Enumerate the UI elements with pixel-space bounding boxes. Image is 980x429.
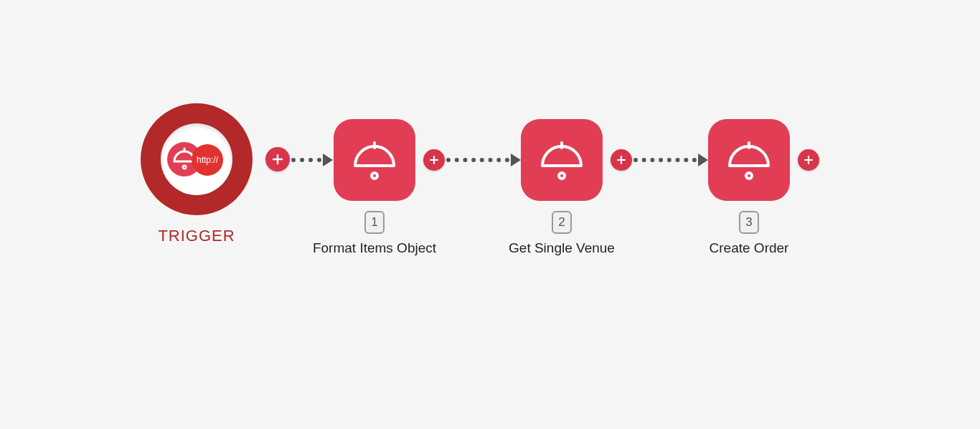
- svg-point-6: [372, 173, 377, 179]
- step-tile: [708, 119, 790, 201]
- connector: [633, 156, 707, 164]
- cloche-icon: [349, 137, 400, 183]
- trigger-label: TRIGGER: [141, 227, 253, 245]
- cloche-icon: [537, 137, 587, 183]
- plus-icon: [804, 155, 814, 165]
- step-node-1[interactable]: 1 Format Items Object: [310, 119, 439, 258]
- add-step-button[interactable]: [265, 147, 290, 171]
- svg-point-8: [559, 173, 565, 179]
- svg-point-10: [746, 173, 752, 179]
- plus-icon: [272, 154, 283, 165]
- add-step-button[interactable]: [798, 149, 819, 171]
- step-index-badge: 1: [364, 211, 385, 234]
- step-tile: [334, 119, 415, 201]
- trigger-app-icon: http://: [166, 138, 227, 180]
- step-index-badge: 2: [552, 211, 572, 234]
- step-label: Format Items Object: [310, 240, 439, 258]
- step-tile: [521, 119, 603, 201]
- plus-icon: [616, 155, 626, 165]
- svg-text:http://: http://: [197, 155, 219, 165]
- connector: [446, 156, 519, 164]
- trigger-ring: http://: [141, 103, 253, 215]
- plus-icon: [429, 155, 439, 165]
- step-label: Create Order: [684, 240, 814, 258]
- step-index-badge: 3: [739, 211, 759, 234]
- workflow-canvas[interactable]: http:// TRIGGER 1 Format Items Object: [0, 0, 980, 429]
- add-step-button[interactable]: [611, 149, 632, 171]
- trigger-inner: http://: [161, 123, 232, 195]
- step-label: Get Single Venue: [497, 240, 626, 258]
- step-node-2[interactable]: 2 Get Single Venue: [497, 119, 626, 258]
- trigger-node[interactable]: http:// TRIGGER: [141, 103, 253, 245]
- step-node-3[interactable]: 3 Create Order: [684, 119, 814, 258]
- connector: [291, 156, 331, 164]
- add-step-button[interactable]: [423, 149, 445, 171]
- cloche-icon: [724, 137, 774, 183]
